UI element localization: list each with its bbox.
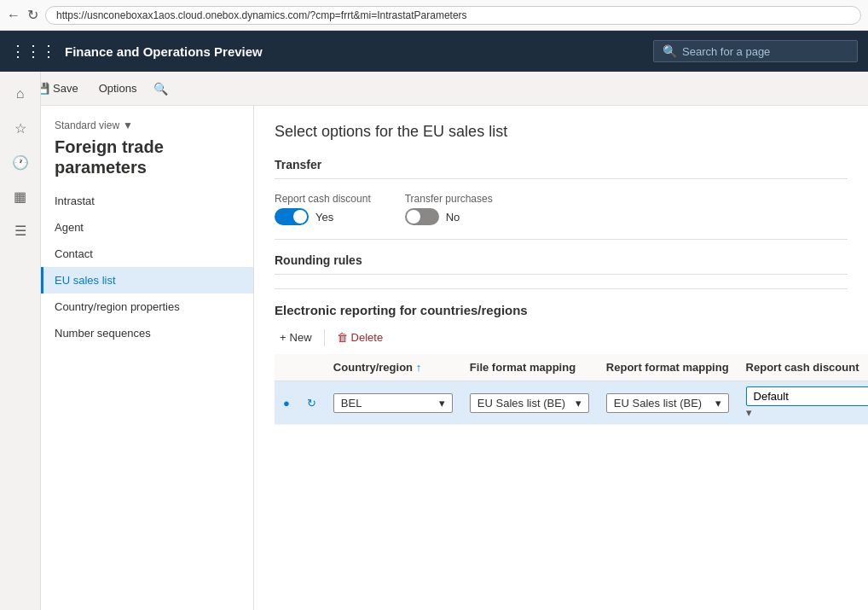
section-divider-1 (275, 239, 848, 240)
report-cash-discount-label: Report cash discount (275, 193, 371, 205)
chevron-down-icon-2: ▾ (576, 397, 582, 410)
col-radio (275, 354, 298, 381)
section-divider-2 (275, 288, 848, 289)
transfer-section-title: Transfer (275, 158, 848, 179)
report-cash-discount-toggle[interactable] (275, 208, 309, 225)
table-row: ● ↻ BEL ▾ EU Sa (275, 381, 868, 425)
url-bar[interactable]: https://usnconeboxax1aos.cloud.onebox.dy… (45, 6, 861, 25)
sidebar-item-intrastat[interactable]: Intrastat (41, 188, 253, 214)
electronic-reporting-table: Country/region ↑ File format mapping Rep… (275, 354, 868, 425)
grid-icon[interactable]: ⋮⋮⋮ (10, 42, 56, 61)
transfer-purchases-value: No (446, 211, 460, 224)
main-layout: ⌂ ☆ 🕐 ▦ ☰ Standard view ▼ Foreign trade … (41, 106, 868, 610)
row-file-format-cell: EU Sales list (BE) ▾ (461, 381, 598, 425)
report-cash-discount-toggle-container: Yes (275, 208, 371, 225)
file-format-select[interactable]: EU Sales list (BE) ▾ (470, 393, 589, 413)
report-format-value: EU Sales list (BE) (614, 397, 702, 410)
report-cash-discount-field: Report cash discount Yes (275, 193, 371, 225)
country-select[interactable]: BEL ▾ (333, 393, 453, 413)
row-report-format-cell: EU Sales list (BE) ▾ (598, 381, 738, 425)
top-bar: ⋮⋮⋮ Finance and Operations Preview 🔍 Sea… (0, 31, 868, 72)
transfer-purchases-field: Transfer purchases No (405, 193, 493, 225)
page-main-title: Foreign trade parameters (55, 137, 240, 177)
search-placeholder: Search for a page (682, 45, 770, 58)
transfer-purchases-label: Transfer purchases (405, 193, 493, 205)
toggle-knob-2 (407, 210, 420, 224)
sidebar: Standard view ▼ Foreign trade parameters… (41, 106, 254, 610)
col-refresh (298, 354, 325, 381)
sidebar-item-number-sequences[interactable]: Number sequences (41, 320, 253, 346)
toggle-knob (293, 210, 307, 224)
delete-button[interactable]: 🗑 Delete (332, 328, 389, 347)
browser-bar: ← ↻ https://usnconeboxax1aos.cloud.onebo… (0, 0, 868, 31)
chevron-down-icon: ▾ (439, 397, 445, 410)
transfer-purchases-toggle-container: No (405, 208, 493, 225)
view-switcher[interactable]: Standard view ▼ (55, 119, 240, 131)
transfer-form-row: Report cash discount Yes Transfer purcha… (275, 193, 848, 225)
electronic-reporting-title: Electronic reporting for countries/regio… (275, 303, 848, 317)
row-cash-discount-cell: ▾ (738, 381, 868, 425)
radio-selected-icon: ● (283, 397, 290, 410)
page-title-area: Standard view ▼ Foreign trade parameters (41, 119, 253, 188)
chevron-down-icon: ▼ (123, 119, 133, 131)
trash-icon: 🗑 (337, 331, 348, 344)
toolbar-separator (324, 329, 325, 346)
options-button[interactable]: Options (92, 78, 144, 98)
search-box[interactable]: 🔍 Search for a page (653, 40, 858, 62)
plus-icon: + (280, 331, 286, 344)
chevron-down-icon-4: ▾ (746, 406, 752, 419)
browser-back-button[interactable]: ← (7, 8, 20, 23)
content-area: Select options for the EU sales list Tra… (254, 106, 868, 610)
col-file-format: File format mapping (461, 354, 598, 381)
sidebar-item-agent[interactable]: Agent (41, 214, 253, 241)
row-radio-cell[interactable]: ● (275, 381, 298, 425)
rounding-rules-title: Rounding rules (275, 253, 848, 275)
report-cash-discount-value: Yes (315, 211, 333, 224)
delete-label: Delete (351, 331, 384, 344)
new-label: New (290, 331, 312, 344)
view-label: Standard view (55, 119, 119, 131)
report-format-select[interactable]: EU Sales list (BE) ▾ (606, 393, 729, 413)
refresh-row-icon: ↻ (307, 397, 316, 410)
sidebar-item-country-region[interactable]: Country/region properties (41, 293, 253, 320)
row-country-cell: BEL ▾ (325, 381, 461, 425)
transfer-purchases-toggle[interactable] (405, 208, 439, 225)
browser-refresh-button[interactable]: ↻ (27, 7, 38, 23)
col-report-format: Report format mapping (598, 354, 738, 381)
sort-asc-icon[interactable]: ↑ (416, 361, 422, 374)
table-toolbar: + New 🗑 Delete (275, 328, 848, 347)
col-cash-discount: Report cash discount (738, 354, 868, 381)
country-value: BEL (341, 397, 362, 410)
cash-discount-input[interactable] (746, 386, 868, 406)
section-title: Select options for the EU sales list (275, 123, 848, 141)
file-format-value: EU Sales list (BE) (477, 397, 565, 410)
save-label: Save (53, 82, 78, 95)
sidebar-item-eu-sales-list[interactable]: EU sales list (41, 267, 253, 293)
new-button[interactable]: + New (275, 328, 317, 347)
action-search-button[interactable]: 🔍 (153, 82, 168, 96)
col-country-region: Country/region ↑ (325, 354, 461, 381)
row-refresh-cell[interactable]: ↻ (298, 381, 325, 425)
search-icon: 🔍 (663, 44, 677, 58)
action-bar: ← 💾 Save Options 🔍 (0, 72, 868, 106)
chevron-down-icon-3: ▾ (715, 397, 721, 410)
app-title: Finance and Operations Preview (65, 44, 645, 59)
table-header-row: Country/region ↑ File format mapping Rep… (275, 354, 868, 381)
sidebar-item-contact[interactable]: Contact (41, 241, 253, 267)
